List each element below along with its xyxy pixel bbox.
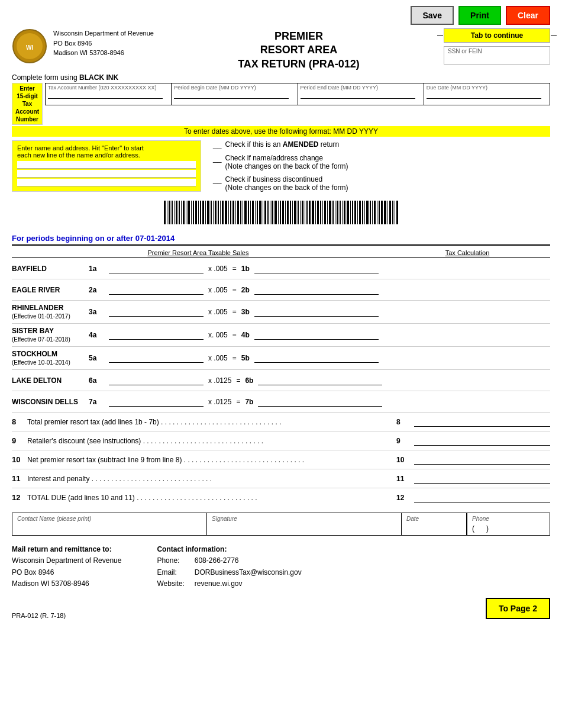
summary-num-2: 10 bbox=[12, 455, 25, 464]
barcode-area: // Generated inline via JS after load bbox=[12, 198, 550, 229]
svg-rect-44 bbox=[263, 201, 263, 224]
svg-rect-77 bbox=[344, 201, 345, 224]
contact-name-label: Contact Name (please print) bbox=[17, 516, 202, 522]
form-title: PREMIER RESORT AREA TAX RETURN (PRA-012) bbox=[166, 28, 432, 71]
svg-rect-33 bbox=[235, 201, 236, 224]
svg-rect-75 bbox=[340, 201, 341, 224]
svg-rect-5 bbox=[167, 201, 167, 224]
svg-rect-34 bbox=[237, 201, 239, 224]
period-begin-input[interactable] bbox=[174, 91, 289, 99]
summary-result-field-3 bbox=[414, 474, 550, 484]
black-ink-label: BLACK INK bbox=[79, 73, 118, 82]
city-state-input[interactable] bbox=[17, 179, 196, 186]
barcode: // Generated inline via JS after load bbox=[163, 198, 399, 227]
svg-rect-38 bbox=[248, 201, 249, 224]
equals-6: = bbox=[236, 398, 240, 406]
result-field-4 bbox=[254, 353, 379, 363]
svg-rect-65 bbox=[315, 201, 316, 224]
result-field-0 bbox=[254, 264, 379, 273]
tax-row: SISTER BAY (Effective 07-01-2018) 4a x. … bbox=[12, 323, 550, 346]
equals-1: = bbox=[232, 286, 237, 294]
clear-button[interactable]: Clear bbox=[506, 6, 550, 25]
summary-result-field-2 bbox=[414, 455, 550, 465]
svg-rect-10 bbox=[179, 201, 180, 224]
sales-field-3 bbox=[109, 330, 204, 340]
summary-result-field-1 bbox=[414, 436, 550, 446]
signature-input[interactable] bbox=[212, 524, 396, 531]
phone-format: ( ) bbox=[472, 524, 545, 533]
multiplier-0: x .005 bbox=[208, 265, 228, 273]
svg-rect-6 bbox=[169, 201, 170, 224]
date-cell: Date bbox=[402, 513, 467, 535]
svg-rect-42 bbox=[257, 201, 258, 224]
to-page2-button[interactable]: To Page 2 bbox=[486, 598, 550, 619]
svg-rect-57 bbox=[294, 201, 296, 224]
name-address-box: Enter name and address. Hit "Enter" to s… bbox=[12, 140, 201, 192]
svg-rect-51 bbox=[280, 201, 281, 224]
svg-rect-64 bbox=[312, 201, 314, 224]
col-header-taxable-sales: Premier Resort Area Taxable Sales bbox=[12, 249, 385, 256]
period-end-input[interactable] bbox=[301, 91, 415, 99]
revision-note: PRA-012 (R. 7-18) bbox=[12, 612, 66, 619]
contact-name-input[interactable] bbox=[17, 524, 202, 531]
multiplier-4: x .005 bbox=[208, 354, 228, 362]
equals-5: = bbox=[236, 376, 240, 385]
svg-rect-14 bbox=[188, 201, 190, 224]
svg-rect-13 bbox=[186, 201, 186, 224]
due-date-input[interactable] bbox=[427, 91, 541, 99]
summary-row: 12 TOTAL DUE (add lines 10 and 11) . . .… bbox=[12, 488, 550, 507]
tab-continue-button[interactable]: Tab to continue bbox=[444, 28, 550, 43]
tax-account-input[interactable] bbox=[48, 91, 163, 99]
svg-rect-27 bbox=[220, 201, 221, 224]
print-button[interactable]: Print bbox=[458, 6, 501, 25]
svg-text:WI: WI bbox=[26, 44, 33, 51]
phone-label-text: Phone: bbox=[157, 555, 192, 566]
summary-line-label-1: 9 bbox=[396, 437, 411, 445]
address-input[interactable] bbox=[17, 170, 196, 178]
svg-rect-83 bbox=[359, 201, 361, 224]
svg-rect-85 bbox=[364, 201, 365, 224]
mail-line: PO Box 8946 bbox=[12, 567, 121, 578]
line-label-a-0: 1a bbox=[89, 265, 104, 273]
svg-rect-74 bbox=[337, 201, 338, 224]
svg-rect-55 bbox=[290, 201, 291, 224]
bottom-info: Mail return and remittance to: Wisconsin… bbox=[12, 544, 550, 590]
contact-website: Website: revenue.wi.gov bbox=[157, 578, 301, 590]
svg-rect-9 bbox=[176, 201, 177, 224]
multiplier-5: x .0125 bbox=[208, 376, 231, 385]
svg-rect-84 bbox=[362, 201, 363, 224]
ssn-box: SSN or FEIN bbox=[444, 46, 550, 65]
summary-num-1: 9 bbox=[12, 436, 25, 445]
contact-title: Contact information: bbox=[157, 544, 301, 555]
svg-rect-26 bbox=[218, 201, 219, 224]
date-input[interactable] bbox=[406, 524, 461, 531]
save-button[interactable]: Save bbox=[411, 6, 454, 25]
equals-3: = bbox=[232, 331, 237, 339]
tax-rows: BAYFIELD 1a x .005 = 1b EAGLE RIVER 2a x… bbox=[12, 257, 550, 412]
svg-rect-66 bbox=[317, 201, 319, 224]
svg-rect-81 bbox=[354, 201, 356, 224]
svg-rect-78 bbox=[347, 201, 349, 224]
col-headers: Premier Resort Area Taxable Sales Tax Ca… bbox=[12, 249, 550, 256]
name-input[interactable] bbox=[17, 161, 196, 169]
ssn-input[interactable] bbox=[448, 54, 546, 63]
svg-rect-53 bbox=[285, 201, 286, 224]
contact-phone: Phone: 608-266-2776 bbox=[157, 555, 301, 566]
enter-label: Enter 15-digit Tax Account Number bbox=[12, 83, 43, 125]
check-address-change: __ Check if name/address change(Note cha… bbox=[213, 154, 550, 170]
tax-row: BAYFIELD 1a x .005 = 1b bbox=[12, 257, 550, 279]
check-amended: __ Check if this is an AMENDED return bbox=[213, 140, 550, 149]
svg-rect-46 bbox=[267, 201, 269, 224]
svg-rect-94 bbox=[387, 201, 388, 224]
check-discontinued: __ Check if business discontinued(Note c… bbox=[213, 175, 550, 192]
phone-value: 608-266-2776 bbox=[195, 556, 239, 565]
tax-row: EAGLE RIVER 2a x .005 = 2b bbox=[12, 279, 550, 300]
signature-cell: Signature bbox=[207, 513, 402, 535]
name-address-row: Enter name and address. Hit "Enter" to s… bbox=[12, 140, 550, 192]
contact-section: Contact information: Phone: 608-266-2776… bbox=[157, 544, 301, 590]
period-header: For periods beginning on or after 07-01-… bbox=[12, 234, 550, 246]
svg-rect-24 bbox=[213, 201, 214, 224]
svg-rect-63 bbox=[309, 201, 311, 224]
svg-rect-37 bbox=[244, 201, 247, 224]
svg-rect-80 bbox=[352, 201, 353, 224]
